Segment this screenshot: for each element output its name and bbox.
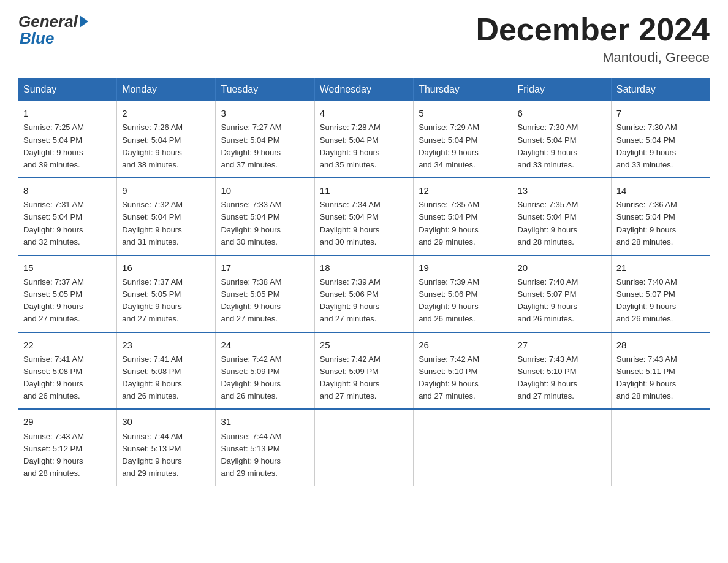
calendar-cell: 27Sunrise: 7:43 AMSunset: 5:10 PMDayligh… [512, 332, 611, 410]
day-number: 24 [221, 338, 309, 352]
header-thursday: Thursday [414, 78, 512, 101]
day-info: Sunrise: 7:31 AMSunset: 5:04 PMDaylight:… [23, 199, 112, 248]
day-number: 10 [221, 183, 309, 197]
day-info: Sunrise: 7:39 AMSunset: 5:06 PMDaylight:… [320, 276, 408, 326]
day-number: 17 [221, 261, 309, 275]
day-info: Sunrise: 7:37 AMSunset: 5:05 PMDaylight:… [23, 276, 112, 326]
calendar-cell: 26Sunrise: 7:42 AMSunset: 5:10 PMDayligh… [414, 332, 512, 410]
day-info: Sunrise: 7:42 AMSunset: 5:09 PMDaylight:… [320, 353, 408, 403]
calendar-cell: 20Sunrise: 7:40 AMSunset: 5:07 PMDayligh… [512, 255, 611, 332]
calendar-cell [611, 409, 710, 486]
calendar-cell [414, 409, 512, 486]
week-row-3: 15Sunrise: 7:37 AMSunset: 5:05 PMDayligh… [18, 255, 710, 332]
location: Mantoudi, Greece [476, 50, 710, 66]
title-block: December 2024 Mantoudi, Greece [476, 12, 710, 66]
day-number: 5 [419, 106, 507, 120]
header-wednesday: Wednesday [314, 78, 413, 101]
calendar-cell: 18Sunrise: 7:39 AMSunset: 5:06 PMDayligh… [314, 255, 413, 332]
day-info: Sunrise: 7:26 AMSunset: 5:04 PMDaylight:… [122, 121, 210, 171]
calendar-cell: 1Sunrise: 7:25 AMSunset: 5:04 PMDaylight… [18, 101, 117, 178]
day-info: Sunrise: 7:43 AMSunset: 5:11 PMDaylight:… [616, 353, 705, 403]
day-info: Sunrise: 7:27 AMSunset: 5:04 PMDaylight:… [221, 121, 309, 171]
calendar-cell: 5Sunrise: 7:29 AMSunset: 5:04 PMDaylight… [414, 101, 512, 178]
day-number: 29 [23, 415, 112, 429]
day-number: 21 [616, 261, 705, 275]
day-info: Sunrise: 7:44 AMSunset: 5:13 PMDaylight:… [221, 431, 309, 480]
calendar-cell: 12Sunrise: 7:35 AMSunset: 5:04 PMDayligh… [414, 178, 512, 255]
day-number: 9 [122, 183, 210, 197]
calendar-cell: 11Sunrise: 7:34 AMSunset: 5:04 PMDayligh… [314, 178, 413, 255]
day-info: Sunrise: 7:30 AMSunset: 5:04 PMDaylight:… [517, 121, 605, 171]
week-row-5: 29Sunrise: 7:43 AMSunset: 5:12 PMDayligh… [18, 409, 710, 486]
calendar-cell: 29Sunrise: 7:43 AMSunset: 5:12 PMDayligh… [18, 409, 117, 486]
calendar-cell: 31Sunrise: 7:44 AMSunset: 5:13 PMDayligh… [216, 409, 314, 486]
calendar-cell: 30Sunrise: 7:44 AMSunset: 5:13 PMDayligh… [117, 409, 216, 486]
day-number: 1 [23, 106, 112, 120]
day-info: Sunrise: 7:37 AMSunset: 5:05 PMDaylight:… [122, 276, 210, 326]
day-number: 15 [23, 261, 112, 275]
day-number: 11 [320, 183, 408, 197]
day-number: 2 [122, 106, 210, 120]
day-info: Sunrise: 7:30 AMSunset: 5:04 PMDaylight:… [616, 121, 705, 171]
day-number: 16 [122, 261, 210, 275]
day-number: 23 [122, 338, 210, 352]
calendar-cell: 25Sunrise: 7:42 AMSunset: 5:09 PMDayligh… [314, 332, 413, 410]
week-row-1: 1Sunrise: 7:25 AMSunset: 5:04 PMDaylight… [18, 101, 710, 178]
calendar-cell: 4Sunrise: 7:28 AMSunset: 5:04 PMDaylight… [314, 101, 413, 178]
day-info: Sunrise: 7:44 AMSunset: 5:13 PMDaylight:… [122, 431, 210, 480]
day-number: 28 [616, 338, 705, 352]
day-info: Sunrise: 7:35 AMSunset: 5:04 PMDaylight:… [517, 199, 605, 248]
header-row: SundayMondayTuesdayWednesdayThursdayFrid… [18, 78, 710, 101]
day-info: Sunrise: 7:42 AMSunset: 5:09 PMDaylight:… [221, 353, 309, 403]
calendar-cell: 9Sunrise: 7:32 AMSunset: 5:04 PMDaylight… [117, 178, 216, 255]
month-title: December 2024 [476, 12, 710, 47]
day-number: 30 [122, 415, 210, 429]
day-info: Sunrise: 7:42 AMSunset: 5:10 PMDaylight:… [419, 353, 507, 403]
calendar-cell: 19Sunrise: 7:39 AMSunset: 5:06 PMDayligh… [414, 255, 512, 332]
day-info: Sunrise: 7:43 AMSunset: 5:12 PMDaylight:… [23, 431, 112, 480]
day-number: 7 [616, 106, 705, 120]
calendar-cell: 7Sunrise: 7:30 AMSunset: 5:04 PMDaylight… [611, 101, 710, 178]
calendar-cell: 3Sunrise: 7:27 AMSunset: 5:04 PMDaylight… [216, 101, 314, 178]
day-number: 12 [419, 183, 507, 197]
day-info: Sunrise: 7:41 AMSunset: 5:08 PMDaylight:… [122, 353, 210, 403]
calendar-cell [314, 409, 413, 486]
week-row-2: 8Sunrise: 7:31 AMSunset: 5:04 PMDaylight… [18, 178, 710, 255]
calendar-cell: 2Sunrise: 7:26 AMSunset: 5:04 PMDaylight… [117, 101, 216, 178]
calendar-cell: 6Sunrise: 7:30 AMSunset: 5:04 PMDaylight… [512, 101, 611, 178]
day-number: 6 [517, 106, 605, 120]
day-number: 22 [23, 338, 112, 352]
day-info: Sunrise: 7:41 AMSunset: 5:08 PMDaylight:… [23, 353, 112, 403]
calendar-cell: 21Sunrise: 7:40 AMSunset: 5:07 PMDayligh… [611, 255, 710, 332]
day-number: 19 [419, 261, 507, 275]
day-info: Sunrise: 7:35 AMSunset: 5:04 PMDaylight:… [419, 199, 507, 248]
day-number: 25 [320, 338, 408, 352]
header-saturday: Saturday [611, 78, 710, 101]
calendar-cell: 24Sunrise: 7:42 AMSunset: 5:09 PMDayligh… [216, 332, 314, 410]
calendar-table: SundayMondayTuesdayWednesdayThursdayFrid… [18, 78, 710, 486]
calendar-cell: 13Sunrise: 7:35 AMSunset: 5:04 PMDayligh… [512, 178, 611, 255]
day-info: Sunrise: 7:25 AMSunset: 5:04 PMDaylight:… [23, 121, 112, 171]
logo-blue-text: Blue [20, 29, 54, 48]
day-info: Sunrise: 7:29 AMSunset: 5:04 PMDaylight:… [419, 121, 507, 171]
page-header: General Blue December 2024 Mantoudi, Gre… [18, 12, 710, 66]
calendar-cell: 28Sunrise: 7:43 AMSunset: 5:11 PMDayligh… [611, 332, 710, 410]
day-info: Sunrise: 7:34 AMSunset: 5:04 PMDaylight:… [320, 199, 408, 248]
calendar-cell: 23Sunrise: 7:41 AMSunset: 5:08 PMDayligh… [117, 332, 216, 410]
calendar-body: 1Sunrise: 7:25 AMSunset: 5:04 PMDaylight… [18, 101, 710, 486]
week-row-4: 22Sunrise: 7:41 AMSunset: 5:08 PMDayligh… [18, 332, 710, 410]
day-info: Sunrise: 7:32 AMSunset: 5:04 PMDaylight:… [122, 199, 210, 248]
day-number: 3 [221, 106, 309, 120]
calendar-cell: 8Sunrise: 7:31 AMSunset: 5:04 PMDaylight… [18, 178, 117, 255]
logo: General Blue [18, 12, 88, 48]
day-info: Sunrise: 7:43 AMSunset: 5:10 PMDaylight:… [517, 353, 605, 403]
day-number: 8 [23, 183, 112, 197]
day-info: Sunrise: 7:39 AMSunset: 5:06 PMDaylight:… [419, 276, 507, 326]
day-info: Sunrise: 7:38 AMSunset: 5:05 PMDaylight:… [221, 276, 309, 326]
day-number: 18 [320, 261, 408, 275]
day-number: 13 [517, 183, 605, 197]
calendar-header: SundayMondayTuesdayWednesdayThursdayFrid… [18, 78, 710, 101]
day-info: Sunrise: 7:33 AMSunset: 5:04 PMDaylight:… [221, 199, 309, 248]
header-tuesday: Tuesday [216, 78, 314, 101]
header-sunday: Sunday [18, 78, 117, 101]
